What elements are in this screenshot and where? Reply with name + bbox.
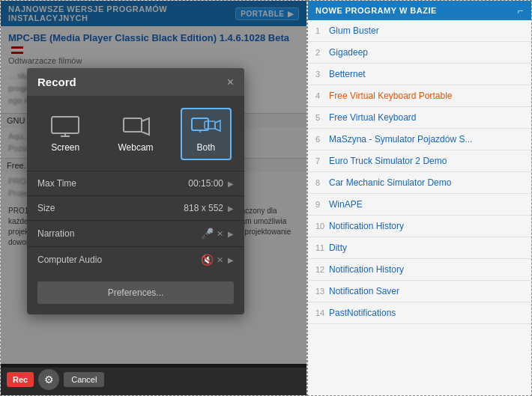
volume-mute-icon[interactable]: 🔇 (201, 254, 214, 266)
program-link[interactable]: PastNotifications (329, 308, 396, 318)
webcam-icon (121, 115, 151, 138)
setting-row-maxtime: Max Time 00:15:00 ▶ (27, 171, 244, 195)
list-item[interactable]: 8 Car Mechanic Simulator Demo (308, 172, 531, 194)
list-item[interactable]: 9 WinAPE (308, 194, 531, 216)
svg-marker-10 (215, 121, 220, 131)
program-link[interactable]: MaSzyna - Symulator Pojazdów S... (329, 134, 472, 144)
program-link[interactable]: Ditty (329, 243, 347, 253)
program-list: 1 Glum Buster 2 Gigadeep 3 Betternet 4 F… (308, 20, 531, 324)
list-item[interactable]: 6 MaSzyna - Symulator Pojazdów S... (308, 129, 531, 150)
size-value: 818 x 552 (184, 203, 223, 213)
record-option-screen[interactable]: Screen (40, 108, 91, 160)
dialog-close-button[interactable]: × (227, 76, 234, 88)
program-link[interactable]: Notification History (329, 264, 404, 275)
narration-arrow[interactable]: ▶ (228, 230, 234, 238)
narration-divider: ✕ (217, 229, 223, 239)
record-options: Screen Webcam (27, 96, 244, 168)
rec-button[interactable]: Rec (7, 372, 34, 387)
screen-icon (50, 115, 80, 138)
setting-row-size: Size 818 x 552 ▶ (27, 195, 244, 220)
setting-row-narration: Narration 🎤 ✕ ▶ (27, 220, 244, 246)
program-link[interactable]: Notification History (329, 221, 404, 231)
both-label: Both (197, 142, 216, 153)
screen-label: Screen (51, 142, 79, 153)
mic-icon[interactable]: 🎤 (201, 228, 214, 240)
list-item[interactable]: 13 Notification Saver (308, 281, 531, 302)
right-top-bar: NOWE PROGRAMY W BAZIE ⌐ (308, 1, 531, 20)
main-container: NAJNOWSZE WERSJE PROGRAMÓW INSTALACYJNYC… (0, 0, 532, 396)
svg-marker-5 (142, 118, 149, 135)
list-item[interactable]: 3 Betternet (308, 64, 531, 85)
left-panel: NAJNOWSZE WERSJE PROGRAMÓW INSTALACYJNYC… (0, 0, 307, 396)
program-link[interactable]: Free Virtual Keyboard (329, 112, 417, 123)
corner-decoration: ⌐ (517, 4, 524, 16)
bottom-bar: Rec ⚙ Cancel (1, 364, 306, 395)
svg-rect-9 (205, 121, 215, 129)
list-item[interactable]: 5 Free Virtual Keyboard (308, 107, 531, 129)
record-option-both[interactable]: Both (181, 108, 232, 160)
audio-arrow[interactable]: ▶ (228, 256, 234, 264)
dialog-title: Record (37, 76, 76, 88)
audio-label: Computer Audio (37, 255, 201, 265)
both-icon (191, 115, 221, 138)
list-item[interactable]: 1 Glum Buster (308, 20, 531, 42)
record-dialog: Record × Screen (27, 68, 244, 314)
size-arrow[interactable]: ▶ (228, 204, 234, 213)
narration-label: Narration (37, 228, 201, 239)
right-panel: NOWE PROGRAMY W BAZIE ⌐ 1 Glum Buster 2 … (307, 0, 532, 396)
record-option-webcam[interactable]: Webcam (107, 108, 163, 160)
maxtime-label: Max Time (37, 178, 188, 189)
gear-icon: ⚙ (44, 374, 54, 386)
program-link[interactable]: Car Mechanic Simulator Demo (329, 177, 451, 188)
program-link[interactable]: WinAPE (329, 199, 363, 210)
maxtime-arrow[interactable]: ▶ (228, 180, 234, 188)
webcam-label: Webcam (118, 142, 153, 153)
list-item[interactable]: 10 Notification History (308, 216, 531, 237)
program-link[interactable]: Betternet (329, 69, 366, 79)
list-item[interactable]: 11 Ditty (308, 237, 531, 259)
svg-rect-4 (124, 118, 142, 132)
audio-divider: ✕ (217, 255, 223, 265)
program-link[interactable]: Gigadeep (329, 47, 368, 58)
svg-rect-0 (52, 117, 79, 133)
program-link[interactable]: Glum Buster (329, 25, 379, 36)
list-item[interactable]: 2 Gigadeep (308, 42, 531, 64)
program-link[interactable]: Free Virtual Keyboard Portable (329, 91, 453, 101)
list-item[interactable]: 14 PastNotifications (308, 302, 531, 324)
maxtime-value: 00:15:00 (188, 178, 223, 189)
setting-row-audio: Computer Audio 🔇 ✕ ▶ (27, 246, 244, 272)
right-top-bar-text: NOWE PROGRAMY W BAZIE (315, 6, 437, 15)
settings-section: Max Time 00:15:00 ▶ Size 818 x 552 ▶ Nar… (27, 168, 244, 275)
list-item[interactable]: 7 Euro Truck Simulator 2 Demo (308, 150, 531, 172)
audio-icons: 🔇 ✕ (201, 254, 223, 266)
list-item[interactable]: 12 Notification History (308, 259, 531, 281)
cancel-button[interactable]: Cancel (64, 372, 104, 387)
program-link[interactable]: Euro Truck Simulator 2 Demo (329, 156, 447, 166)
dialog-header: Record × (27, 68, 244, 96)
preferences-button[interactable]: Preferences... (37, 281, 234, 304)
gear-button[interactable]: ⚙ (38, 369, 59, 390)
list-item[interactable]: 4 Free Virtual Keyboard Portable (308, 85, 531, 107)
program-link[interactable]: Notification Saver (329, 286, 399, 296)
size-label: Size (37, 203, 184, 213)
narration-icons: 🎤 ✕ (201, 228, 223, 240)
